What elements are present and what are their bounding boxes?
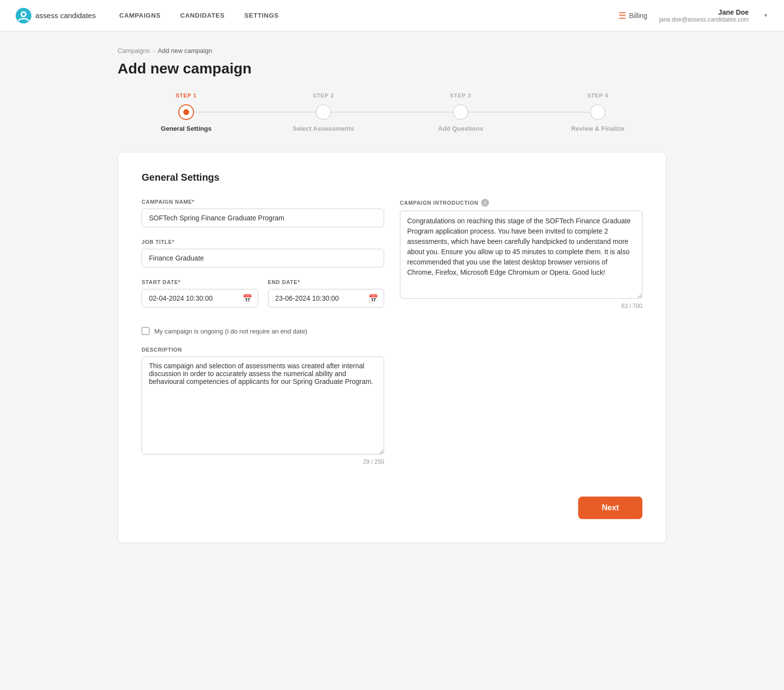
step-2-line: [323, 112, 461, 113]
campaign-name-input[interactable]: [142, 209, 384, 227]
user-dropdown-arrow[interactable]: ▼: [763, 13, 768, 18]
description-textarea[interactable]: This campaign and selection of assessmen…: [142, 357, 384, 454]
billing-button[interactable]: ☰ Billing: [618, 10, 647, 21]
header: assess candidates CAMPAIGNS CANDIDATES S…: [0, 0, 784, 31]
intro-info-icon[interactable]: i: [481, 199, 489, 207]
billing-label: Billing: [629, 12, 647, 20]
job-title-label: JOB TITLE*: [142, 239, 384, 245]
step-1-circle: [178, 104, 194, 120]
page-content: Campaigns › Add new campaign Add new cam…: [98, 31, 686, 559]
step-3-circle: [453, 104, 468, 120]
intro-label: CAMPAIGN INTRODUCTION i: [400, 199, 642, 207]
campaign-name-label: CAMPAIGN NAME*: [142, 199, 384, 205]
logo[interactable]: assess candidates: [16, 8, 96, 24]
intro-char-count: 63 / 700: [400, 303, 642, 309]
user-email: jane.doe@assess.candidates.com: [659, 16, 749, 23]
nav-candidates[interactable]: CANDIDATES: [180, 2, 225, 29]
step-4-label: STEP 4: [588, 93, 609, 98]
ongoing-checkbox[interactable]: [142, 327, 149, 335]
form-right: CAMPAIGN INTRODUCTION i Congratulations …: [400, 199, 642, 477]
step-3-line: [461, 112, 598, 113]
user-name: Jane Doe: [718, 8, 749, 16]
step-1-dot: [183, 109, 189, 115]
campaign-name-group: CAMPAIGN NAME*: [142, 199, 384, 227]
billing-icon: ☰: [618, 10, 626, 21]
intro-group: CAMPAIGN INTRODUCTION i Congratulations …: [400, 199, 642, 309]
step-1-line: [186, 112, 323, 113]
form-actions: Next: [142, 497, 642, 519]
start-date-input[interactable]: [142, 289, 258, 308]
breadcrumb: Campaigns › Add new campaign: [118, 47, 666, 54]
step-4-name: Review & Finalize: [571, 125, 624, 132]
job-title-input[interactable]: [142, 249, 384, 267]
end-date-group: END DATE* 📅: [268, 279, 385, 308]
step-1: STEP 1 General Settings: [118, 93, 255, 132]
start-date-label: START DATE*: [142, 279, 258, 285]
ongoing-label[interactable]: My campaign is ongoing (I do not require…: [154, 328, 307, 335]
step-3-name: Add Questions: [438, 125, 483, 132]
step-2-circle: [316, 104, 331, 120]
form-columns: CAMPAIGN NAME* JOB TITLE* START DATE* 📅: [142, 199, 642, 477]
end-date-wrapper: 📅: [268, 289, 385, 308]
header-right: ☰ Billing Jane Doe jane.doe@assess.candi…: [618, 8, 768, 23]
step-2-name: Select Assessments: [293, 125, 354, 132]
next-button[interactable]: Next: [578, 497, 642, 519]
date-row: START DATE* 📅 END DATE* 📅: [142, 279, 384, 319]
start-date-group: START DATE* 📅: [142, 279, 258, 308]
form-left: CAMPAIGN NAME* JOB TITLE* START DATE* 📅: [142, 199, 384, 477]
end-date-input[interactable]: [268, 289, 385, 308]
step-4-circle: [590, 104, 606, 120]
description-char-count: 29 / 250: [142, 458, 384, 465]
logo-text: assess candidates: [35, 11, 96, 20]
stepper: STEP 1 General Settings STEP 2 Select As…: [118, 93, 666, 132]
ongoing-checkbox-row: My campaign is ongoing (I do not require…: [142, 327, 384, 335]
page-title: Add new campaign: [118, 60, 666, 77]
step-3-label: STEP 3: [450, 93, 471, 98]
nav-campaigns[interactable]: CAMPAIGNS: [119, 2, 160, 29]
step-1-label: STEP 1: [176, 93, 197, 98]
svg-point-2: [22, 13, 25, 16]
breadcrumb-current: Add new campaign: [158, 47, 212, 54]
form-card-title: General Settings: [142, 172, 642, 183]
job-title-group: JOB TITLE*: [142, 239, 384, 267]
user-menu[interactable]: Jane Doe jane.doe@assess.candidates.com: [659, 8, 749, 23]
description-group: DESCRIPTION This campaign and selection …: [142, 347, 384, 465]
step-2-label: STEP 2: [313, 93, 334, 98]
main-nav: CAMPAIGNS CANDIDATES SETTINGS: [119, 2, 618, 29]
intro-textarea[interactable]: Congratulations on reaching this stage o…: [400, 211, 642, 299]
logo-icon: [16, 8, 31, 24]
nav-settings[interactable]: SETTINGS: [245, 2, 279, 29]
step-1-name: General Settings: [161, 125, 211, 132]
breadcrumb-campaigns[interactable]: Campaigns: [118, 47, 150, 54]
description-label: DESCRIPTION: [142, 347, 384, 353]
end-date-label: END DATE*: [268, 279, 385, 285]
form-card: General Settings CAMPAIGN NAME* JOB TITL…: [118, 152, 666, 543]
start-date-wrapper: 📅: [142, 289, 258, 308]
breadcrumb-separator: ›: [153, 47, 155, 54]
